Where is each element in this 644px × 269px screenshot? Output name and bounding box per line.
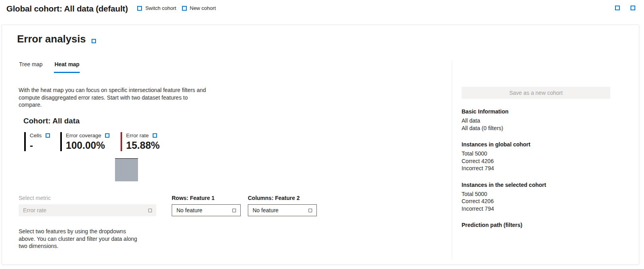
metric-tiles: Cells - Error coverage 100.00% Error rat… <box>24 132 169 151</box>
global-cohort-heading: Instances in global cohort <box>462 141 610 148</box>
switch-cohort-label: Switch cohort <box>145 5 176 11</box>
metric-value: - <box>30 140 51 150</box>
info-icon[interactable] <box>105 133 109 138</box>
selected-correct: Correct 4206 <box>462 198 610 205</box>
header-actions <box>615 6 636 10</box>
global-correct: Correct 4206 <box>462 158 610 165</box>
columns-feature-dropdown[interactable]: No feature <box>248 204 317 216</box>
global-cohort-header: Global cohort: All data (default) Switch… <box>0 0 644 22</box>
rows-feature-value: No feature <box>176 207 202 213</box>
prediction-path-heading: Prediction path (filters) <box>462 222 610 229</box>
metric-tile-error-coverage: Error coverage 100.00% <box>60 132 111 151</box>
tab-heat-map[interactable]: Heat map <box>54 61 80 73</box>
basic-information-heading: Basic Information <box>462 108 610 115</box>
chevron-down-icon <box>309 209 312 212</box>
global-total: Total 5000 <box>462 150 610 158</box>
metric-label-row: Cells <box>30 133 51 138</box>
rows-feature-dropdown[interactable]: No feature <box>172 204 241 216</box>
selected-total: Total 5000 <box>462 190 610 198</box>
columns-feature-value: No feature <box>253 207 278 213</box>
chevron-down-icon <box>232 209 236 212</box>
metric-label: Error coverage <box>66 133 101 138</box>
global-cohort-section: Instances in global cohort Total 5000 Co… <box>462 141 610 172</box>
error-analysis-info-icon[interactable] <box>92 39 96 43</box>
metric-tile-error-rate: Error rate 15.88% <box>121 132 160 151</box>
selected-cohort-section: Instances in the selected cohort Total 5… <box>462 182 610 213</box>
cohort-heading: Cohort: All data <box>23 117 80 125</box>
new-cohort-icon <box>182 6 187 11</box>
heatmap-cell[interactable] <box>115 158 138 181</box>
metric-value: 100.00% <box>66 140 111 150</box>
tab-tree-map[interactable]: Tree map <box>19 61 43 73</box>
cohort-info-panel: Save as a new cohort Basic Information A… <box>452 25 639 264</box>
selected-cohort-heading: Instances in the selected cohort <box>462 182 610 188</box>
metric-label-row: Error coverage <box>66 133 111 138</box>
heatmap-description: With the heat map you can focus on speci… <box>19 86 210 109</box>
cohort-filters: All data (0 filters) <box>462 125 610 132</box>
new-cohort-label: New cohort <box>190 5 216 11</box>
save-as-new-cohort-button[interactable]: Save as a new cohort <box>462 87 610 99</box>
selected-incorrect: Incorrect 794 <box>462 205 610 213</box>
new-cohort-button[interactable]: New cohort <box>182 5 216 11</box>
chevron-down-icon <box>148 209 152 212</box>
columns-feature-label: Columns: Feature 2 <box>248 195 300 201</box>
metric-dropdown[interactable]: Error rate <box>19 204 156 216</box>
global-incorrect: Incorrect 794 <box>462 165 610 172</box>
error-analysis-title: Error analysis <box>17 33 96 45</box>
error-analysis-card: Error analysis Tree map Heat map With th… <box>2 25 639 265</box>
select-metric-label: Select metric <box>19 195 51 201</box>
switch-cohort-button[interactable]: Switch cohort <box>137 5 176 11</box>
info-icon[interactable] <box>631 6 635 10</box>
cohort-name: All data <box>462 117 610 125</box>
feature-selection-help-text: Select two features by using the dropdow… <box>19 228 142 250</box>
rows-feature-label: Rows: Feature 1 <box>172 195 215 201</box>
info-icon[interactable] <box>153 133 157 138</box>
error-analysis-title-text: Error analysis <box>17 33 86 45</box>
metric-label: Error rate <box>126 133 149 138</box>
switch-cohort-icon <box>137 6 142 11</box>
prediction-path-section: Prediction path (filters) <box>462 222 610 229</box>
page-title: Global cohort: All data (default) <box>6 4 128 14</box>
metric-label-row: Error rate <box>126 133 160 138</box>
metric-label: Cells <box>30 133 42 138</box>
metric-tile-cells: Cells - <box>24 132 51 151</box>
info-icon[interactable] <box>46 133 50 138</box>
metric-dropdown-value: Error rate <box>23 207 46 213</box>
settings-icon[interactable] <box>615 6 620 10</box>
view-tabs: Tree map Heat map <box>19 61 80 73</box>
basic-information-section: Basic Information All data All data (0 f… <box>462 108 610 132</box>
metric-value: 15.88% <box>126 140 160 150</box>
